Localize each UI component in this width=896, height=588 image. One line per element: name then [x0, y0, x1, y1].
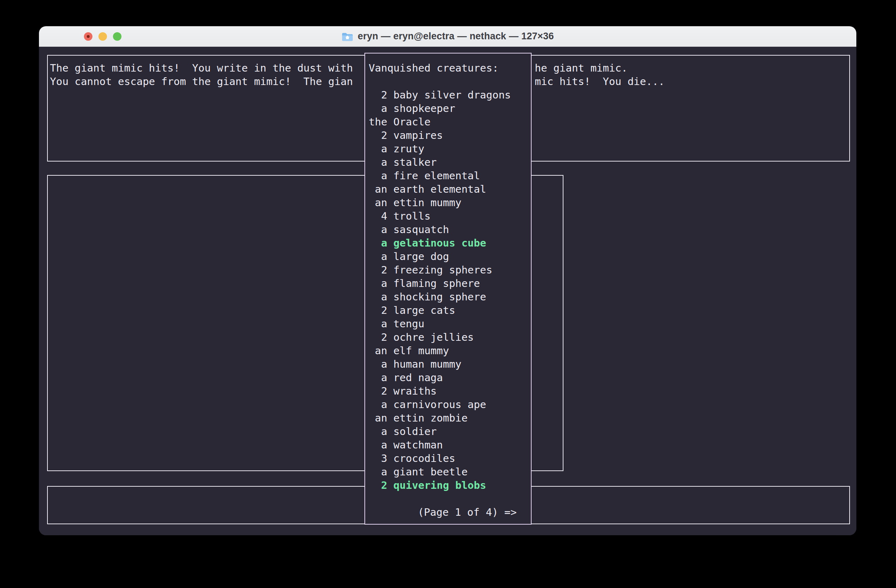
vanquished-item: 2 quivering blobs	[369, 478, 531, 492]
vanquished-item: 2 ochre jellies	[369, 331, 531, 344]
vanquished-item: 2 wraiths	[369, 384, 531, 398]
vanquished-item: a shopkeeper	[369, 102, 531, 115]
vanquished-item: an ettin zombie	[369, 411, 531, 425]
vanquished-item: a tengu	[369, 317, 531, 331]
message-line-2-cont: mic hits! You die...	[535, 75, 665, 88]
vanquished-item: 2 vampires	[369, 129, 531, 142]
message-line-2: You cannot escape from the giant mimic! …	[50, 75, 353, 88]
message-text-left: The giant mimic hits! You write in the d…	[50, 61, 353, 88]
vanquished-list: 2 baby silver dragons a shopkeeperthe Or…	[369, 88, 531, 492]
home-folder-icon	[341, 32, 354, 41]
vanquished-item: a gelatinous cube	[369, 236, 531, 250]
vanquished-item: a red naga	[369, 371, 531, 384]
menu-header: Vanquished creatures:	[369, 61, 531, 75]
vanquished-item: a human mummy	[369, 357, 531, 371]
vanquished-item: 2 baby silver dragons	[369, 88, 531, 102]
vanquished-item: a flaming sphere	[369, 277, 531, 290]
vanquished-item: an earth elemental	[369, 183, 531, 196]
vanquished-item: a watchman	[369, 438, 531, 452]
vanquished-item: 3 crocodiles	[369, 452, 531, 465]
vanquished-item: the Oracle	[369, 115, 531, 129]
page-indicator[interactable]: (Page 1 of 4) =>	[369, 506, 531, 519]
vanquished-item: a stalker	[369, 155, 531, 169]
message-line-1-cont: he giant mimic.	[535, 61, 665, 75]
message-text-right: he giant mimic. mic hits! You die...	[535, 61, 665, 88]
terminal-window: eryn — eryn@electra — nethack — 127×36 T…	[39, 26, 856, 535]
close-button[interactable]	[84, 32, 93, 41]
vanquished-item: a sasquatch	[369, 223, 531, 236]
window-titlebar[interactable]: eryn — eryn@electra — nethack — 127×36	[39, 26, 856, 47]
vanquished-item: 2 large cats	[369, 303, 531, 317]
vanquished-creatures-menu: Vanquished creatures: 2 baby silver drag…	[364, 53, 532, 525]
blank-line	[369, 492, 531, 506]
desktop: { "window": { "title": "eryn — eryn@elec…	[0, 0, 896, 588]
vanquished-item: a zruty	[369, 142, 531, 155]
vanquished-item: a soldier	[369, 425, 531, 438]
vanquished-item: a large dog	[369, 250, 531, 263]
message-line-1: The giant mimic hits! You write in the d…	[50, 61, 353, 75]
traffic-light-buttons	[84, 26, 122, 47]
vanquished-item: an ettin mummy	[369, 196, 531, 209]
vanquished-item: a carnivorous ape	[369, 398, 531, 411]
vanquished-item: a giant beetle	[369, 465, 531, 478]
window-title: eryn — eryn@electra — nethack — 127×36	[358, 31, 554, 42]
vanquished-item: an elf mummy	[369, 344, 531, 357]
title-group: eryn — eryn@electra — nethack — 127×36	[341, 31, 554, 42]
vanquished-item: 2 freezing spheres	[369, 263, 531, 277]
minimize-button[interactable]	[99, 32, 107, 41]
blank-line	[369, 75, 531, 88]
terminal-screen[interactable]: The giant mimic hits! You write in the d…	[39, 47, 856, 535]
zoom-button[interactable]	[113, 32, 122, 41]
vanquished-item: a shocking sphere	[369, 290, 531, 303]
vanquished-item: 4 trolls	[369, 209, 531, 223]
vanquished-item: a fire elemental	[369, 169, 531, 183]
